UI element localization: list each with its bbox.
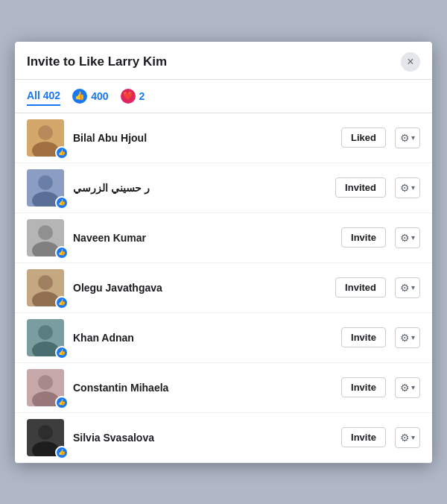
modal-header: Invite to Like Larry Kim × bbox=[15, 42, 432, 80]
like-badge: 👍 bbox=[55, 246, 69, 259]
avatar-wrap: 👍 bbox=[27, 369, 64, 406]
like-badge: 👍 bbox=[55, 446, 69, 459]
avatar-wrap: 👍 bbox=[27, 169, 64, 207]
person-name: ر حسيني الزرسي bbox=[73, 182, 326, 194]
tab-love-label: 2 bbox=[139, 90, 145, 102]
avatar-wrap: 👍 bbox=[27, 119, 64, 157]
chevron-down-icon: ▾ bbox=[411, 183, 415, 192]
person-row: 👍Bilal Abu HjoulLiked⚙▾ bbox=[15, 113, 432, 163]
action-button[interactable]: Liked bbox=[341, 127, 386, 148]
person-name: Olegu Javathgava bbox=[73, 282, 326, 294]
tab-like-label: 400 bbox=[91, 90, 108, 102]
gear-icon: ⚙ bbox=[400, 232, 410, 244]
settings-button[interactable]: ⚙▾ bbox=[395, 277, 420, 298]
action-button[interactable]: Invite bbox=[341, 227, 386, 248]
settings-button[interactable]: ⚙▾ bbox=[395, 427, 420, 448]
gear-icon: ⚙ bbox=[400, 332, 410, 344]
person-name: Khan Adnan bbox=[73, 332, 332, 344]
like-icon: 👍 bbox=[72, 89, 87, 104]
like-badge: 👍 bbox=[55, 296, 69, 309]
person-name: Constantin Mihaela bbox=[73, 382, 332, 394]
gear-icon: ⚙ bbox=[400, 432, 410, 444]
tab-love[interactable]: ❤️ 2 bbox=[121, 86, 145, 107]
person-list: 👍Bilal Abu HjoulLiked⚙▾ 👍ر حسيني الزرسيI… bbox=[15, 113, 432, 463]
settings-button[interactable]: ⚙▾ bbox=[395, 227, 420, 248]
svg-point-1 bbox=[38, 125, 53, 140]
gear-icon: ⚙ bbox=[400, 282, 410, 294]
chevron-down-icon: ▾ bbox=[411, 383, 415, 391]
like-emoji: 👍 bbox=[74, 91, 85, 101]
svg-point-10 bbox=[38, 275, 53, 290]
svg-point-16 bbox=[38, 375, 53, 390]
person-row: 👍Olegu JavathgavaInvited⚙▾ bbox=[15, 263, 432, 313]
avatar-wrap: 👍 bbox=[27, 319, 64, 356]
svg-point-19 bbox=[38, 425, 53, 440]
action-button[interactable]: Invited bbox=[335, 277, 386, 297]
chevron-down-icon: ▾ bbox=[411, 433, 415, 441]
action-button[interactable]: Invited bbox=[335, 177, 386, 198]
chevron-down-icon: ▾ bbox=[411, 333, 415, 341]
tab-all-label: All 402 bbox=[27, 89, 60, 101]
settings-button[interactable]: ⚙▾ bbox=[395, 327, 420, 348]
gear-icon: ⚙ bbox=[400, 132, 410, 144]
tab-like[interactable]: 👍 400 bbox=[72, 86, 108, 107]
chevron-down-icon: ▾ bbox=[411, 233, 415, 242]
action-button[interactable]: Invite bbox=[341, 327, 386, 347]
svg-point-13 bbox=[38, 325, 53, 340]
avatar-wrap: 👍 bbox=[27, 419, 64, 456]
person-row: 👍Silvia SvasalovaInvite⚙▾ bbox=[15, 413, 432, 463]
tab-all[interactable]: All 402 bbox=[27, 86, 60, 106]
person-row: 👍ر حسيني الزرسيInvited⚙▾ bbox=[15, 163, 432, 213]
invite-modal: Invite to Like Larry Kim × All 402 👍 400… bbox=[15, 42, 432, 463]
svg-point-4 bbox=[38, 175, 53, 190]
modal-title: Invite to Like Larry Kim bbox=[27, 54, 167, 69]
avatar-wrap: 👍 bbox=[27, 269, 64, 306]
like-badge: 👍 bbox=[55, 146, 69, 160]
svg-point-7 bbox=[38, 225, 53, 240]
close-button[interactable]: × bbox=[401, 52, 420, 72]
chevron-down-icon: ▾ bbox=[411, 283, 415, 292]
action-button[interactable]: Invite bbox=[341, 427, 386, 447]
person-row: 👍Naveen KumarInvite⚙▾ bbox=[15, 213, 432, 263]
like-badge: 👍 bbox=[55, 196, 69, 210]
person-name: Bilal Abu Hjoul bbox=[73, 132, 332, 144]
chevron-down-icon: ▾ bbox=[411, 133, 415, 142]
action-button[interactable]: Invite bbox=[341, 377, 386, 397]
settings-button[interactable]: ⚙▾ bbox=[395, 177, 420, 198]
person-row: 👍Constantin MihaelaInvite⚙▾ bbox=[15, 363, 432, 413]
settings-button[interactable]: ⚙▾ bbox=[395, 127, 420, 148]
gear-icon: ⚙ bbox=[400, 182, 410, 194]
love-emoji: ❤️ bbox=[123, 91, 133, 101]
avatar-wrap: 👍 bbox=[27, 219, 64, 256]
person-row: 👍Khan AdnanInvite⚙▾ bbox=[15, 313, 432, 363]
settings-button[interactable]: ⚙▾ bbox=[395, 377, 420, 398]
person-name: Silvia Svasalova bbox=[73, 432, 332, 444]
love-icon: ❤️ bbox=[121, 89, 136, 104]
tabs-row: All 402 👍 400 ❤️ 2 bbox=[15, 80, 432, 113]
person-name: Naveen Kumar bbox=[73, 232, 332, 244]
gear-icon: ⚙ bbox=[400, 382, 410, 394]
like-badge: 👍 bbox=[55, 396, 69, 409]
like-badge: 👍 bbox=[55, 346, 69, 359]
